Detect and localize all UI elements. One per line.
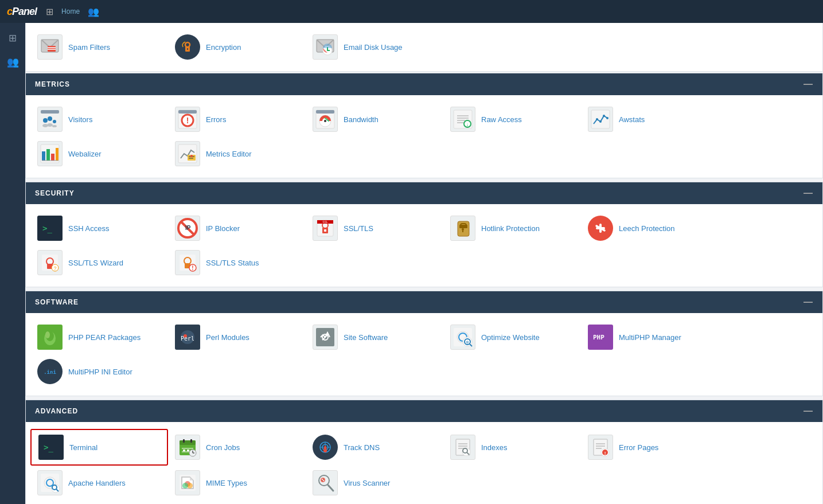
track-dns-label[interactable]: Track DNS bbox=[344, 443, 380, 452]
svg-point-37 bbox=[599, 120, 602, 123]
webalizer-icon bbox=[37, 141, 63, 166]
item-ssl-status[interactable]: ! SSL/TLS Status bbox=[168, 245, 306, 280]
awstats-label[interactable]: Awstats bbox=[619, 115, 645, 124]
email-disk-usage-label[interactable]: Email Disk Usage bbox=[344, 43, 403, 52]
item-awstats[interactable]: Awstats bbox=[581, 102, 719, 136]
section-advanced-body: >_ Terminal bbox=[26, 422, 822, 504]
security-collapse-icon[interactable]: — bbox=[804, 188, 813, 198]
main-content: Spam Filters Encryption bbox=[25, 23, 823, 504]
item-site-software[interactable]: Site Software bbox=[306, 320, 443, 354]
bandwidth-label[interactable]: Bandwidth bbox=[344, 115, 379, 124]
svg-rect-1 bbox=[48, 46, 56, 52]
php-pear-icon bbox=[37, 325, 63, 350]
metrics-editor-label[interactable]: Metrics Editor bbox=[206, 150, 251, 158]
svg-text:IP: IP bbox=[185, 225, 191, 231]
item-indexes[interactable]: Indexes bbox=[443, 429, 581, 466]
item-ssl-wizard[interactable]: ? SSL/TLS Wizard bbox=[30, 245, 168, 280]
item-terminal[interactable]: >_ Terminal bbox=[30, 429, 168, 466]
item-error-pages[interactable]: ! Error Pages bbox=[581, 429, 719, 466]
svg-point-38 bbox=[603, 115, 605, 117]
multiphp-ini-label[interactable]: MultiPHP INI Editor bbox=[68, 368, 132, 376]
apache-handlers-label[interactable]: Apache Handlers bbox=[68, 479, 126, 487]
svg-text:>_: >_ bbox=[42, 224, 52, 233]
section-software-header: SOFTWARE — bbox=[26, 291, 822, 313]
error-pages-label[interactable]: Error Pages bbox=[619, 443, 658, 452]
mime-types-label[interactable]: MIME Types bbox=[206, 479, 247, 487]
users-nav-icon[interactable]: 👥 bbox=[88, 6, 99, 17]
item-email-disk-usage[interactable]: Email Disk Usage bbox=[306, 30, 443, 64]
indexes-icon bbox=[450, 435, 475, 460]
item-perl-modules[interactable]: Perl Perl Modules bbox=[168, 320, 306, 354]
leech-protection-label[interactable]: Leech Protection bbox=[619, 224, 675, 233]
item-encryption[interactable]: Encryption bbox=[168, 30, 306, 64]
terminal-label[interactable]: Terminal bbox=[69, 443, 97, 452]
item-ip-blocker[interactable]: IP IP Blocker bbox=[168, 211, 306, 245]
ip-blocker-label[interactable]: IP Blocker bbox=[206, 224, 240, 233]
encryption-label[interactable]: Encryption bbox=[206, 43, 241, 52]
grid-nav-icon[interactable]: ⊞ bbox=[46, 6, 53, 17]
item-raw-access[interactable]: ↓ Raw Access bbox=[443, 102, 581, 136]
item-webalizer[interactable]: Webalizer bbox=[30, 136, 168, 171]
sidebar-users-icon[interactable]: 👥 bbox=[2, 52, 23, 72]
perl-modules-label[interactable]: Perl Modules bbox=[206, 333, 249, 342]
optimize-website-label[interactable]: Optimize Website bbox=[481, 333, 540, 342]
advanced-collapse-icon[interactable]: — bbox=[804, 406, 813, 416]
metrics-collapse-icon[interactable]: — bbox=[804, 79, 813, 89]
ssl-tls-label[interactable]: SSL/TLS bbox=[344, 224, 373, 233]
item-ssl-tls[interactable]: SSL SSL/TLS bbox=[306, 211, 443, 245]
sidebar: ⊞ 👥 bbox=[0, 23, 25, 504]
svg-text:!: ! bbox=[192, 265, 193, 271]
virus-scanner-label[interactable]: Virus Scanner bbox=[344, 479, 390, 487]
item-php-pear[interactable]: PHP PEAR Packages bbox=[30, 320, 168, 354]
item-ssh-access[interactable]: >_ SSH Access bbox=[30, 211, 168, 245]
ssl-wizard-icon: ? bbox=[37, 250, 63, 275]
item-spam-filters[interactable]: Spam Filters bbox=[30, 30, 168, 64]
item-metrics-editor[interactable]: Metrics Editor bbox=[168, 136, 306, 171]
svg-text:SSL: SSL bbox=[322, 220, 328, 224]
item-track-dns[interactable]: Track DNS bbox=[306, 429, 443, 466]
sidebar-grid-icon[interactable]: ⊞ bbox=[2, 28, 23, 48]
ssl-tls-icon: SSL bbox=[313, 216, 338, 241]
home-label[interactable]: Home bbox=[61, 7, 80, 15]
visitors-label[interactable]: Visitors bbox=[68, 115, 92, 124]
item-mime-types[interactable]: MIME Types bbox=[168, 466, 306, 500]
item-virus-scanner[interactable]: Virus Scanner bbox=[306, 466, 443, 500]
indexes-label[interactable]: Indexes bbox=[481, 443, 508, 452]
site-software-label[interactable]: Site Software bbox=[344, 333, 388, 342]
svg-point-16 bbox=[47, 123, 53, 127]
svg-text:↓: ↓ bbox=[466, 122, 469, 127]
item-bandwidth[interactable]: Bandwidth bbox=[306, 102, 443, 136]
ssl-wizard-label[interactable]: SSL/TLS Wizard bbox=[68, 259, 123, 267]
awstats-icon bbox=[588, 107, 613, 132]
item-leech-protection[interactable]: Leech Protection bbox=[581, 211, 719, 245]
svg-point-36 bbox=[596, 118, 598, 120]
cron-jobs-label[interactable]: Cron Jobs bbox=[206, 443, 240, 452]
ssl-status-label[interactable]: SSL/TLS Status bbox=[206, 259, 259, 267]
ssl-status-icon: ! bbox=[175, 250, 200, 275]
item-cron-jobs[interactable]: Cron Jobs bbox=[168, 429, 306, 466]
spam-filters-label[interactable]: Spam Filters bbox=[68, 43, 110, 52]
item-hotlink-protection[interactable]: Hotlink Protection bbox=[443, 211, 581, 245]
terminal-icon: >_ bbox=[38, 435, 64, 460]
item-errors[interactable]: ! Errors bbox=[168, 102, 306, 136]
errors-label[interactable]: Errors bbox=[206, 115, 226, 124]
item-visitors[interactable]: Visitors bbox=[30, 102, 168, 136]
error-pages-icon: ! bbox=[588, 435, 613, 460]
webalizer-label[interactable]: Webalizer bbox=[68, 150, 102, 158]
software-collapse-icon[interactable]: — bbox=[804, 297, 813, 307]
raw-access-label[interactable]: Raw Access bbox=[481, 115, 522, 124]
ssh-access-label[interactable]: SSH Access bbox=[68, 224, 110, 233]
item-multiphp-manager[interactable]: PHP MultiPHP Manager bbox=[581, 320, 719, 354]
section-email-top: Spam Filters Encryption bbox=[25, 23, 823, 72]
svg-point-63 bbox=[462, 228, 464, 230]
item-optimize-website[interactable]: ⊕ Optimize Website bbox=[443, 320, 581, 354]
php-pear-label[interactable]: PHP PEAR Packages bbox=[68, 333, 141, 342]
svg-point-39 bbox=[606, 117, 609, 119]
hotlink-protection-label[interactable]: Hotlink Protection bbox=[481, 224, 540, 233]
section-security-body: >_ SSH Access IP IP Blocker bbox=[26, 204, 822, 287]
item-multiphp-ini[interactable]: .ini MultiPHP INI Editor bbox=[30, 354, 168, 389]
section-metrics-title: METRICS bbox=[35, 80, 70, 88]
multiphp-manager-label[interactable]: MultiPHP Manager bbox=[619, 333, 681, 342]
virus-scanner-icon bbox=[313, 470, 338, 495]
item-apache-handlers[interactable]: Apache Handlers bbox=[30, 466, 168, 500]
